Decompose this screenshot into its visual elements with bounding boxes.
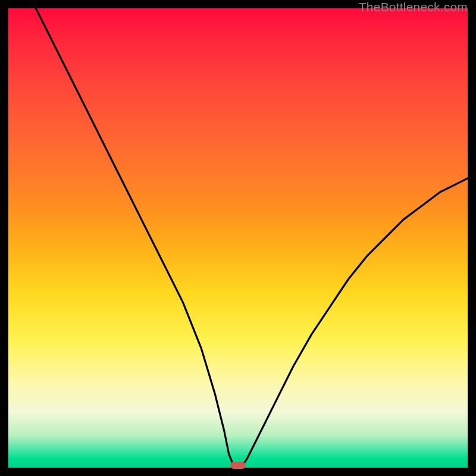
plot-area <box>8 8 468 468</box>
chart-frame: TheBottleneck.com <box>0 0 476 476</box>
bottleneck-curve <box>8 8 468 468</box>
watermark-text: TheBottleneck.com <box>359 0 468 14</box>
optimum-marker <box>230 462 246 469</box>
